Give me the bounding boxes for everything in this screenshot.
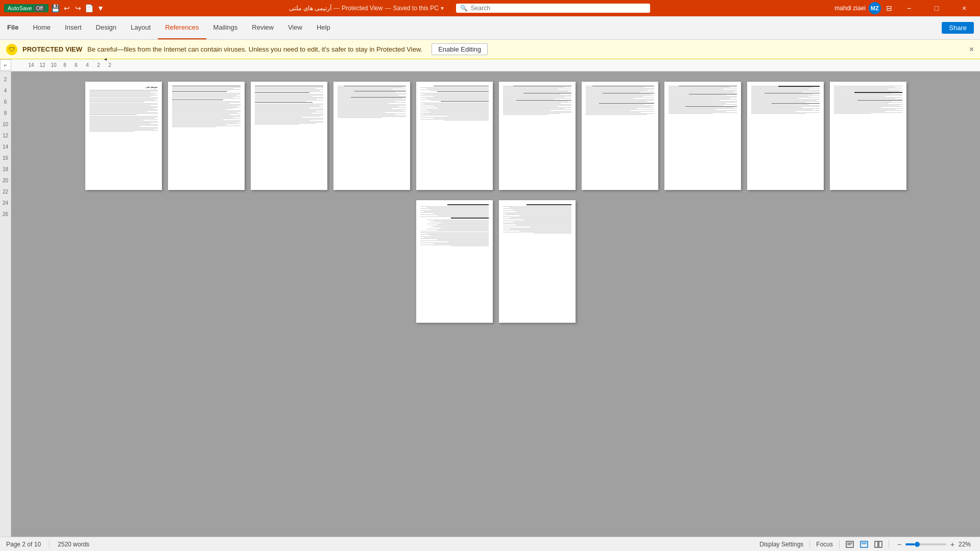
search-icon: 🔍 bbox=[460, 5, 468, 12]
new-doc-icon[interactable]: 📄 bbox=[85, 4, 93, 12]
ruler-num-2r: 2 bbox=[104, 62, 115, 68]
display-settings-button[interactable]: Display Settings bbox=[759, 541, 803, 548]
svg-rect-0 bbox=[846, 541, 853, 547]
status-bar: Page 2 of 10 2520 words Display Settings… bbox=[0, 537, 980, 551]
svg-rect-7 bbox=[875, 541, 878, 547]
share-button[interactable]: Share bbox=[942, 22, 974, 34]
tab-home[interactable]: Home bbox=[26, 16, 58, 39]
print-layout-view-button[interactable] bbox=[846, 541, 854, 548]
page-1[interactable]: شیوه‌های علمی bbox=[85, 82, 162, 190]
tab-design[interactable]: Design bbox=[89, 16, 124, 39]
search-input[interactable] bbox=[471, 5, 646, 12]
titlebar-right: mahdi ziaei MZ ⊟ − □ × bbox=[834, 0, 976, 16]
web-layout-view-button[interactable] bbox=[860, 541, 868, 548]
tab-help[interactable]: Help bbox=[309, 16, 338, 39]
vruler-26: 26 bbox=[3, 208, 8, 220]
tab-review[interactable]: Review bbox=[245, 16, 281, 39]
search-box[interactable]: 🔍 bbox=[456, 4, 650, 13]
protected-view-bar: 🛡 PROTECTED VIEW Be careful—files from t… bbox=[0, 40, 980, 59]
pages-row-1: شیوه‌های علمی bbox=[27, 82, 965, 190]
close-bar-button[interactable]: × bbox=[969, 45, 974, 54]
user-avatar[interactable]: MZ bbox=[869, 2, 881, 14]
ruler-num-4: 4 bbox=[82, 62, 93, 68]
user-initials: MZ bbox=[871, 5, 879, 11]
vruler-24: 24 bbox=[3, 197, 8, 208]
ruler-num-2: 2 bbox=[93, 62, 104, 68]
title-bar: AutoSave Off 💾 ↩ ↪ 📄 ▼ آرتیمی های ملتی —… bbox=[0, 0, 980, 16]
undo-icon[interactable]: ↩ bbox=[63, 4, 71, 12]
save-icon[interactable]: 💾 bbox=[52, 4, 60, 12]
maximize-button[interactable]: □ bbox=[925, 0, 948, 16]
vruler-20: 20 bbox=[3, 175, 8, 186]
page-info: Page 2 of 10 bbox=[6, 541, 41, 548]
document-area[interactable]: شیوه‌های علمی bbox=[11, 71, 980, 537]
zoom-out-button[interactable]: − bbox=[895, 540, 903, 548]
zoom-slider[interactable] bbox=[905, 543, 946, 545]
page-8[interactable] bbox=[664, 82, 741, 190]
separator-2 bbox=[809, 540, 810, 548]
customize-icon[interactable]: ▼ bbox=[97, 4, 105, 12]
focus-button[interactable]: Focus bbox=[816, 541, 833, 548]
ruler-num-12: 12 bbox=[37, 62, 48, 68]
ruler-num-14: 14 bbox=[26, 62, 37, 68]
protected-icon: 🛡 bbox=[6, 44, 17, 55]
minimize-button[interactable]: − bbox=[897, 0, 921, 16]
ribbon-right: Share bbox=[942, 16, 980, 39]
vruler-18: 18 bbox=[3, 163, 8, 175]
ruler: ⌐ 14 12 10 8 6 4 2 ◂ 2 bbox=[0, 59, 980, 71]
separator-1 bbox=[49, 540, 50, 548]
separator-4 bbox=[889, 540, 889, 548]
ribbon-display-icon[interactable]: ⊟ bbox=[885, 4, 893, 12]
ruler-corner[interactable]: ⌐ bbox=[0, 59, 11, 70]
page-7[interactable] bbox=[582, 82, 658, 190]
page-12[interactable] bbox=[499, 200, 576, 323]
enable-editing-button[interactable]: Enable Editing bbox=[432, 43, 488, 55]
zoom-in-button[interactable]: + bbox=[948, 540, 957, 548]
tab-references[interactable]: References bbox=[158, 16, 206, 39]
svg-rect-8 bbox=[879, 541, 882, 547]
pages-row-2 bbox=[27, 200, 965, 323]
separator-3 bbox=[839, 540, 840, 548]
vertical-ruler: 2 4 6 8 10 12 14 16 18 20 22 24 26 bbox=[0, 71, 11, 537]
svg-rect-4 bbox=[861, 541, 868, 547]
tab-mailings[interactable]: Mailings bbox=[206, 16, 245, 39]
vruler-6: 6 bbox=[4, 96, 7, 107]
page-10[interactable] bbox=[830, 82, 906, 190]
autosave-state: Off bbox=[34, 6, 45, 11]
ruler-numbers: 14 12 10 8 6 4 2 ◂ 2 bbox=[26, 62, 115, 68]
zoom-slider-thumb[interactable] bbox=[915, 542, 920, 547]
title-separator2: — bbox=[385, 5, 391, 12]
user-info: mahdi ziaei MZ bbox=[834, 2, 881, 14]
vruler-10: 10 bbox=[3, 118, 8, 130]
saved-dropdown[interactable]: ▾ bbox=[441, 5, 444, 12]
vruler-4: 4 bbox=[4, 85, 7, 96]
doc-title: آرتیمی های ملتی bbox=[289, 5, 331, 12]
zoom-slider-fill bbox=[905, 543, 915, 545]
page-11[interactable] bbox=[416, 200, 493, 323]
ruler-num-8: 8 bbox=[59, 62, 70, 68]
vruler-14: 14 bbox=[3, 141, 8, 152]
close-button[interactable]: × bbox=[952, 0, 976, 16]
page-9[interactable] bbox=[747, 82, 824, 190]
tab-layout[interactable]: Layout bbox=[124, 16, 158, 39]
protected-view-label: Protected View bbox=[342, 5, 383, 12]
page-5[interactable] bbox=[416, 82, 493, 190]
ruler-num-6: 6 bbox=[70, 62, 82, 68]
tab-insert[interactable]: Insert bbox=[58, 16, 89, 39]
tab-view[interactable]: View bbox=[281, 16, 309, 39]
page-3[interactable] bbox=[251, 82, 327, 190]
redo-icon[interactable]: ↪ bbox=[74, 4, 82, 12]
ruler-num-10: 10 bbox=[48, 62, 59, 68]
page-4[interactable] bbox=[333, 82, 410, 190]
tab-file[interactable]: File bbox=[0, 16, 26, 39]
protected-title: PROTECTED VIEW bbox=[22, 45, 82, 53]
vruler-16: 16 bbox=[3, 152, 8, 163]
page-2[interactable] bbox=[168, 82, 245, 190]
read-mode-view-button[interactable] bbox=[874, 541, 882, 548]
autosave-label: AutoSave bbox=[8, 5, 32, 11]
page-6[interactable] bbox=[499, 82, 576, 190]
statusbar-right: Display Settings Focus − + 22% bbox=[759, 540, 974, 548]
titlebar-left: AutoSave Off 💾 ↩ ↪ 📄 ▼ bbox=[4, 4, 105, 12]
zoom-level[interactable]: 22% bbox=[959, 541, 974, 548]
autosave-toggle[interactable]: AutoSave Off bbox=[4, 4, 49, 12]
